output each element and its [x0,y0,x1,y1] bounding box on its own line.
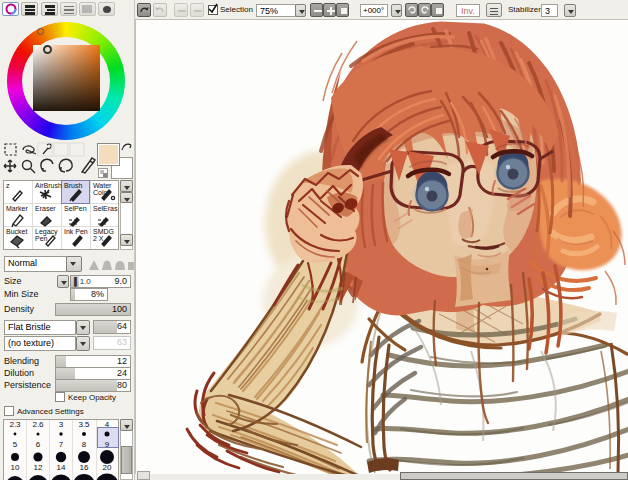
svg-text:6: 6 [36,440,41,449]
svg-text:3.5: 3.5 [78,420,90,429]
svg-text:20: 20 [103,463,112,472]
svg-text:4: 4 [105,420,110,429]
svg-text:2.3: 2.3 [9,420,21,429]
svg-text:16: 16 [80,463,89,472]
svg-text:9: 9 [105,440,110,449]
svg-text:7: 7 [59,440,64,449]
svg-text:14: 14 [57,463,66,472]
svg-text:8: 8 [82,440,87,449]
svg-text:5: 5 [13,440,18,449]
svg-text:10: 10 [11,463,20,472]
svg-text:12: 12 [34,463,43,472]
svg-text:3: 3 [59,420,64,429]
svg-text:2.6: 2.6 [32,420,44,429]
